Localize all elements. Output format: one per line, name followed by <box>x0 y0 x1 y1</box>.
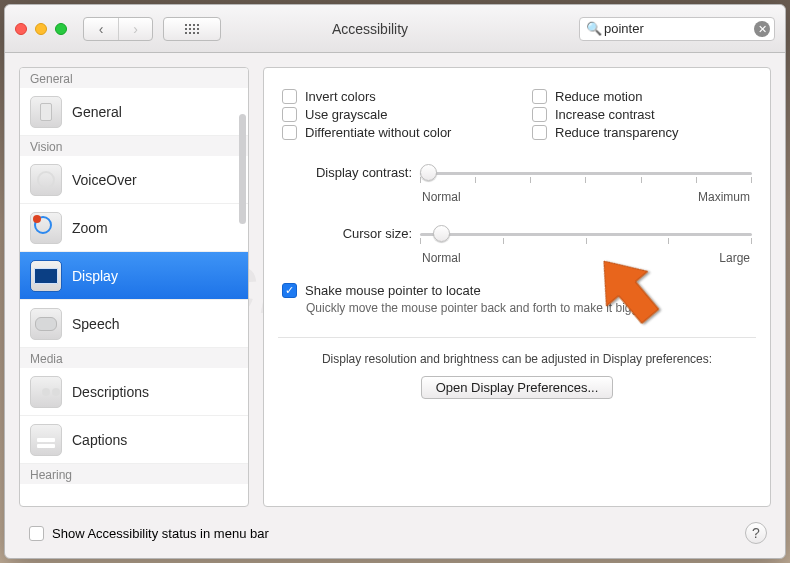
sidebar-item-voiceover[interactable]: VoiceOver <box>20 156 248 204</box>
increase-contrast-label: Increase contrast <box>555 107 655 122</box>
help-button[interactable]: ? <box>745 522 767 544</box>
diff-without-color-checkbox[interactable] <box>282 125 297 140</box>
sidebar-section-hearing: Hearing <box>20 464 248 484</box>
sidebar-item-zoom[interactable]: Zoom <box>20 204 248 252</box>
sidebar-item-label: Captions <box>72 432 127 448</box>
shake-pointer-hint: Quickly move the mouse pointer back and … <box>306 301 752 315</box>
body: pcrisk.com General General Vision VoiceO… <box>5 53 785 512</box>
chevron-right-icon: › <box>133 21 138 37</box>
voiceover-icon <box>30 164 62 196</box>
display-icon <box>30 260 62 292</box>
use-grayscale-label: Use grayscale <box>305 107 387 122</box>
window-title: Accessibility <box>171 21 569 37</box>
sidebar-item-descriptions[interactable]: Descriptions <box>20 368 248 416</box>
sidebar-item-captions[interactable]: Captions <box>20 416 248 464</box>
cursor-size-slider[interactable] <box>420 224 752 244</box>
display-contrast-slider[interactable] <box>420 163 752 183</box>
sidebar-item-label: VoiceOver <box>72 172 137 188</box>
reduce-motion-checkbox[interactable] <box>532 89 547 104</box>
divider <box>278 337 756 338</box>
window-controls <box>15 23 67 35</box>
open-display-prefs-button[interactable]: Open Display Preferences... <box>421 376 614 399</box>
cursor-max-label: Large <box>719 251 750 265</box>
sidebar-section-general: General <box>20 68 248 88</box>
descriptions-icon <box>30 376 62 408</box>
search-input[interactable] <box>604 21 750 36</box>
sidebar-item-label: General <box>72 104 122 120</box>
minimize-window-button[interactable] <box>35 23 47 35</box>
sidebar-item-display[interactable]: Display <box>20 252 248 300</box>
footer: Show Accessibility status in menu bar ? <box>5 512 785 558</box>
sidebar-item-general[interactable]: General <box>20 88 248 136</box>
search-field-wrap: 🔍 ✕ <box>579 17 775 41</box>
speech-icon <box>30 308 62 340</box>
search-icon: 🔍 <box>586 21 602 36</box>
clear-search-button[interactable]: ✕ <box>754 21 770 37</box>
forward-button[interactable]: › <box>118 18 152 40</box>
sidebar-item-label: Zoom <box>72 220 108 236</box>
shake-pointer-checkbox[interactable] <box>282 283 297 298</box>
diff-without-color-label: Differentiate without color <box>305 125 451 140</box>
contrast-max-label: Maximum <box>698 190 750 204</box>
sidebar-scrollbar[interactable] <box>239 114 246 224</box>
zoom-window-button[interactable] <box>55 23 67 35</box>
display-contrast-label: Display contrast: <box>282 165 412 180</box>
sidebar-section-vision: Vision <box>20 136 248 156</box>
reduce-motion-label: Reduce motion <box>555 89 642 104</box>
content-pane: Invert colors Use grayscale Differentiat… <box>263 67 771 507</box>
titlebar: ‹ › Accessibility 🔍 ✕ <box>5 5 785 53</box>
menubar-status-label: Show Accessibility status in menu bar <box>52 526 269 541</box>
menubar-status-checkbox[interactable] <box>29 526 44 541</box>
prefs-window: ‹ › Accessibility 🔍 ✕ pcrisk.com General… <box>4 4 786 559</box>
general-icon <box>30 96 62 128</box>
nav-back-forward: ‹ › <box>83 17 153 41</box>
zoom-icon <box>30 212 62 244</box>
invert-colors-checkbox[interactable] <box>282 89 297 104</box>
invert-colors-label: Invert colors <box>305 89 376 104</box>
sidebar-section-media: Media <box>20 348 248 368</box>
sidebar-item-speech[interactable]: Speech <box>20 300 248 348</box>
cursor-size-label: Cursor size: <box>282 226 412 241</box>
reduce-transparency-label: Reduce transparency <box>555 125 679 140</box>
sidebar-item-label: Speech <box>72 316 119 332</box>
chevron-left-icon: ‹ <box>99 21 104 37</box>
increase-contrast-checkbox[interactable] <box>532 107 547 122</box>
back-button[interactable]: ‹ <box>84 18 118 40</box>
sidebar: General General Vision VoiceOver Zoom Di… <box>19 67 249 507</box>
reduce-transparency-checkbox[interactable] <box>532 125 547 140</box>
display-prefs-note: Display resolution and brightness can be… <box>282 352 752 366</box>
contrast-min-label: Normal <box>422 190 461 204</box>
sidebar-item-label: Descriptions <box>72 384 149 400</box>
captions-icon <box>30 424 62 456</box>
close-window-button[interactable] <box>15 23 27 35</box>
shake-pointer-label: Shake mouse pointer to locate <box>305 283 481 298</box>
cursor-min-label: Normal <box>422 251 461 265</box>
use-grayscale-checkbox[interactable] <box>282 107 297 122</box>
sidebar-item-label: Display <box>72 268 118 284</box>
